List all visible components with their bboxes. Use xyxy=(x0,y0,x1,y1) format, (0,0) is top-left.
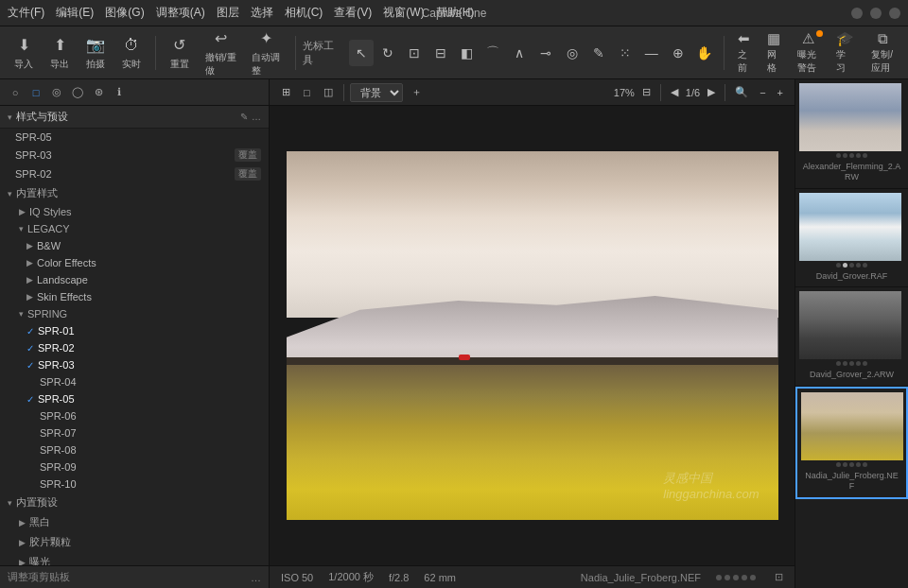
spr04-item[interactable]: SPR-04 xyxy=(0,373,269,390)
spring-group[interactable]: ▾ SPRING xyxy=(0,305,269,322)
exposure-warning-button[interactable]: ⚠ 曝光警告 xyxy=(792,28,825,77)
keystone-tool[interactable]: ◧ xyxy=(455,40,480,66)
bw-preset-group[interactable]: ▶ 黑白 xyxy=(0,512,269,532)
copy-apply-button[interactable]: ⧉ 复制/应用 xyxy=(865,28,900,77)
erase-tool[interactable]: ∧ xyxy=(507,40,532,66)
footer-more[interactable]: … xyxy=(251,572,261,583)
menu-edit[interactable]: 编辑(E) xyxy=(56,5,94,21)
menu-select[interactable]: 选择 xyxy=(251,5,273,21)
view-compare-btn[interactable]: ◫ xyxy=(319,84,338,100)
live-icon: ⏱ xyxy=(121,35,142,56)
panel-icon-square[interactable]: □ xyxy=(28,85,44,100)
spr03-item[interactable]: ✓ SPR-03 xyxy=(0,356,269,373)
status-icon[interactable]: ⊡ xyxy=(775,571,783,583)
preset-spr03[interactable]: SPR-03 覆盖 xyxy=(0,146,269,164)
legacy-group[interactable]: ▾ LEGACY xyxy=(0,220,269,237)
panel-icon-star[interactable]: ⊛ xyxy=(91,85,106,100)
brush-tool[interactable]: ⌒ xyxy=(481,40,506,66)
menu-camera[interactable]: 相机(C) xyxy=(285,5,323,21)
panel-icon-target[interactable]: ◎ xyxy=(49,85,64,100)
filmstrip-item-2[interactable]: David_Grover.RAF xyxy=(795,189,908,288)
live-button[interactable]: ⏱ 实时 xyxy=(115,35,148,71)
panel-icon-ring[interactable]: ◯ xyxy=(70,85,85,100)
menu-view[interactable]: 查看(V) xyxy=(334,5,372,21)
landscape-item[interactable]: ▶ Landscape xyxy=(0,271,269,288)
menu-image[interactable]: 图像(G) xyxy=(105,5,144,21)
undo-button[interactable]: ↩ 撤销/重做 xyxy=(200,28,243,78)
filmstrip-item-4[interactable]: Nadia_Julie_Froberg.NEF xyxy=(795,387,908,499)
crop-tool[interactable]: ⊡ xyxy=(402,40,427,66)
dot-4[interactable] xyxy=(742,575,747,580)
reset-button[interactable]: ↺ 重置 xyxy=(164,35,196,71)
zoom-controls: 17% ⊟ ◀ 1/6 ▶ 🔍 − + xyxy=(614,84,787,101)
spr10-item[interactable]: SPR-10 xyxy=(0,476,269,493)
bw-item[interactable]: ▶ B&W xyxy=(0,237,269,254)
view-single-btn[interactable]: □ xyxy=(299,85,315,100)
menu-window[interactable]: 视窗(W) xyxy=(383,5,424,21)
pan-tool[interactable]: ✋ xyxy=(692,40,717,66)
dot-2[interactable] xyxy=(725,575,730,580)
panel-icon-circle[interactable]: ○ xyxy=(8,85,23,100)
nav-prev-btn[interactable]: ◀ xyxy=(667,84,682,100)
builtin-presets-group[interactable]: ▾ 内置预设 xyxy=(0,493,269,512)
dot-5[interactable] xyxy=(750,575,756,580)
maximize-button[interactable] xyxy=(870,8,882,19)
more-icon[interactable]: … xyxy=(252,112,261,122)
capture-button[interactable]: 📷 拍摄 xyxy=(79,35,112,71)
dot-3[interactable] xyxy=(733,575,739,580)
clone-tool[interactable]: ✎ xyxy=(586,40,611,66)
background-select[interactable]: 背景 xyxy=(350,83,403,102)
previous-button[interactable]: ⬅ 之前 xyxy=(732,28,756,77)
cursor-tool[interactable]: ↖ xyxy=(349,40,374,66)
zoom-fit-btn[interactable]: ⊟ xyxy=(638,84,655,100)
zoom-plus[interactable]: + xyxy=(774,85,787,100)
exposure-preset-group[interactable]: ▶ 曝光 xyxy=(0,552,269,565)
spr01-item[interactable]: ✓ SPR-01 xyxy=(0,322,269,339)
grid-button[interactable]: ▦ 网格 xyxy=(761,28,786,77)
import-button[interactable]: ⬇ 导入 xyxy=(8,35,40,71)
color-effects-item[interactable]: ▶ Color Effects xyxy=(0,254,269,271)
dot-1[interactable] xyxy=(716,575,722,580)
measure-tool[interactable]: — xyxy=(639,40,664,66)
menu-file[interactable]: 文件(F) xyxy=(8,5,44,21)
add-view-btn[interactable]: ＋ xyxy=(407,83,427,101)
spr02-item[interactable]: ✓ SPR-02 xyxy=(0,339,269,356)
zoom-minus[interactable]: − xyxy=(756,85,769,100)
gradient-tool[interactable]: ⊸ xyxy=(533,40,558,66)
export-button[interactable]: ⬆ 导出 xyxy=(44,35,76,71)
spr07-item[interactable]: SPR-07 xyxy=(0,424,269,441)
spr09-item[interactable]: SPR-09 xyxy=(0,458,269,476)
spr08-item[interactable]: SPR-08 xyxy=(0,441,269,458)
chevron-builtin: ▾ xyxy=(8,189,12,199)
panel-icon-info[interactable]: ℹ xyxy=(112,85,127,100)
rotate-tool[interactable]: ↻ xyxy=(375,40,400,66)
rating-dots-1 xyxy=(799,151,904,160)
menu-layer[interactable]: 图层 xyxy=(217,5,239,21)
picker-tool[interactable]: ⁙ xyxy=(613,40,637,66)
filmstrip-item-3[interactable]: David_Grover_2.ARW xyxy=(795,287,908,387)
nav-next-btn[interactable]: ▶ xyxy=(704,84,719,100)
spr05-item[interactable]: ✓ SPR-05 xyxy=(0,390,269,407)
toolbar-separator-3 xyxy=(724,36,725,70)
zoom-in-tool[interactable]: ⊕ xyxy=(666,40,690,66)
filmstrip-item-1[interactable]: Alexander_Flemming_2.ARW xyxy=(795,79,908,189)
view-grid-btn[interactable]: ⊞ xyxy=(277,84,295,100)
minimize-button[interactable] xyxy=(851,8,863,19)
builtin-styles-group[interactable]: ▾ 内置样式 xyxy=(0,183,269,203)
auto-adjust-button[interactable]: ✦ 自动调整 xyxy=(246,28,287,78)
preset-spr02[interactable]: SPR-02 覆盖 xyxy=(0,164,269,183)
spot-tool[interactable]: ◎ xyxy=(560,40,585,66)
close-button[interactable] xyxy=(889,8,900,19)
skin-effects-item[interactable]: ▶ Skin Effects xyxy=(0,288,269,305)
learn-button[interactable]: 🎓 学习 xyxy=(830,28,860,77)
menu-adjust[interactable]: 调整项(A) xyxy=(156,5,205,21)
iq-styles-group[interactable]: ▶ IQ Styles xyxy=(0,203,269,220)
straighten-tool[interactable]: ⊟ xyxy=(428,40,453,66)
styles-presets-header[interactable]: ▾ 样式与预设 ✎ … xyxy=(0,106,269,129)
main-image-container[interactable]: 灵感中国lingganchina.com xyxy=(287,151,778,520)
preset-spr05[interactable]: SPR-05 xyxy=(0,129,269,146)
grain-preset-group[interactable]: ▶ 胶片颗粒 xyxy=(0,532,269,552)
edit-icon[interactable]: ✎ xyxy=(240,112,248,122)
zoom-out-btn[interactable]: 🔍 xyxy=(731,84,752,100)
spr06-item[interactable]: SPR-06 xyxy=(0,407,269,424)
